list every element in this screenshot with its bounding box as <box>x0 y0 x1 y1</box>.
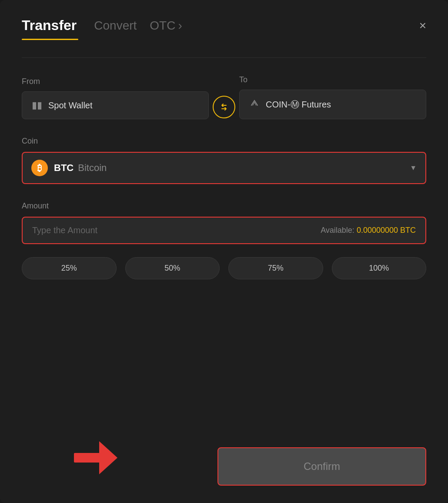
pct-25-button[interactable]: 25% <box>22 257 117 279</box>
to-label: To <box>239 75 426 84</box>
close-button[interactable]: × <box>419 20 426 32</box>
amount-input[interactable] <box>32 225 321 235</box>
from-wallet-name: Spot Wallet <box>48 101 93 111</box>
available-value: 0.00000000 BTC <box>357 226 416 235</box>
header-divider <box>22 57 426 58</box>
available-text: Available: 0.00000000 BTC <box>321 226 416 235</box>
amount-section-label: Amount <box>22 201 426 211</box>
btc-symbol-char: ₿ <box>37 163 42 173</box>
coin-full-name: Bitcoin <box>78 162 107 174</box>
from-wallet-box[interactable]: ▮▮ Spot Wallet <box>22 91 209 119</box>
pct-75-button[interactable]: 75% <box>228 257 323 279</box>
to-group: To COIN-Ⓜ Futures <box>239 75 426 119</box>
wallet-icon: ▮▮ <box>32 100 42 111</box>
from-label: From <box>22 77 209 86</box>
confirm-button[interactable]: Confirm <box>217 447 426 486</box>
modal-header: Transfer Convert OTC › × <box>22 17 426 34</box>
pct-100-button[interactable]: 100% <box>332 257 427 279</box>
swap-icon <box>219 102 229 112</box>
to-wallet-name: COIN-Ⓜ Futures <box>266 99 331 111</box>
coin-symbol-text: BTC <box>54 162 74 174</box>
tab-convert[interactable]: Convert <box>94 19 137 33</box>
bottom-area: Confirm <box>22 430 426 486</box>
from-to-row: From ▮▮ Spot Wallet To <box>22 75 426 119</box>
red-arrow-icon <box>74 440 117 475</box>
pct-50-button[interactable]: 50% <box>125 257 220 279</box>
coin-selector[interactable]: ₿ BTC Bitcoin ▼ <box>22 152 426 184</box>
tab-otc[interactable]: OTC › <box>150 19 182 33</box>
percentage-row: 25% 50% 75% 100% <box>22 257 426 279</box>
arrow-indicator <box>74 440 117 477</box>
swap-container <box>209 96 239 119</box>
from-group: From ▮▮ Spot Wallet <box>22 77 209 119</box>
swap-button[interactable] <box>213 96 235 118</box>
tab-active-underline <box>22 39 78 40</box>
transfer-modal: Transfer Convert OTC › × From ▮▮ Spot Wa… <box>0 0 448 503</box>
coin-section-label: Coin <box>22 137 426 146</box>
amount-box: Available: 0.00000000 BTC <box>22 217 426 244</box>
tab-transfer[interactable]: Transfer <box>22 17 77 34</box>
to-wallet-box[interactable]: COIN-Ⓜ Futures <box>239 90 426 119</box>
futures-icon <box>249 98 260 111</box>
chevron-down-icon: ▼ <box>410 164 417 172</box>
btc-icon: ₿ <box>31 160 48 176</box>
